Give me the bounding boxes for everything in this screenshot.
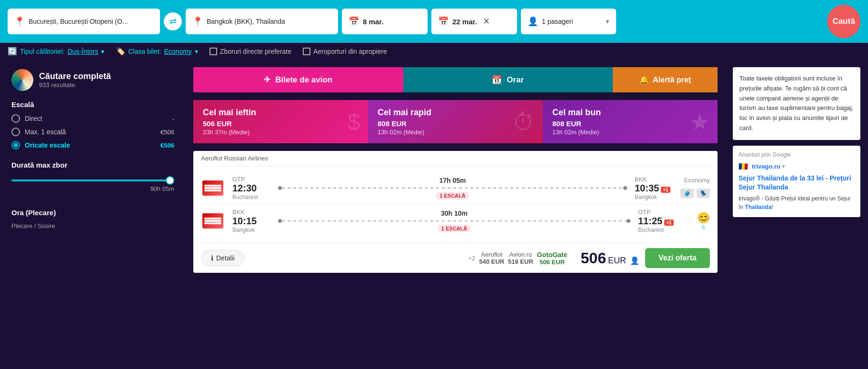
line-dot-start bbox=[278, 186, 282, 190]
top-search-bar: 📍 București, București Otopeni (O... ⇌ 📍… bbox=[0, 0, 868, 43]
flag-icon: 🇷🇴 bbox=[738, 162, 748, 171]
return-dep-iata: BKK bbox=[232, 209, 270, 216]
economy-badge-1: Economy bbox=[684, 177, 710, 184]
airline-logo-1 bbox=[201, 180, 225, 196]
flight-row-right-1: Economy 🧳 💺 bbox=[680, 177, 710, 200]
ads-provider-name[interactable]: trivago.ro bbox=[752, 163, 780, 170]
ads-desc: trivago® - Găsiți Prețul Ideal pentru un… bbox=[738, 194, 855, 211]
provider3-name[interactable]: GotoGate bbox=[537, 251, 568, 259]
seat-icon: 💺 bbox=[697, 189, 710, 198]
duration-value: 90h 05m bbox=[11, 185, 174, 192]
return-plus-badge: +1 bbox=[664, 219, 673, 226]
aeroflot-stripe-2 bbox=[202, 213, 223, 229]
trip-type-selector[interactable]: 🔄 Tipul călătoriei: Dus-Întors ▾ bbox=[8, 47, 104, 56]
tab-alert-label: Alertă preț bbox=[653, 76, 691, 84]
fastest-title: Cel mai rapid bbox=[378, 108, 533, 118]
max1-radio-circle bbox=[11, 128, 20, 136]
fastest-price: 808 EUR bbox=[378, 120, 533, 128]
dest-value: Bangkok (BKK), Thailanda bbox=[207, 18, 285, 25]
price-cards: Cel mai ieftin 506 EUR 23h 37m (Medie) $… bbox=[193, 100, 718, 143]
dollar-icon: $ bbox=[348, 109, 360, 135]
heart-button[interactable]: ♡ bbox=[684, 215, 693, 227]
tab-schedule[interactable]: 📆 Orar bbox=[403, 67, 613, 92]
plane-icon: ✈ bbox=[264, 75, 270, 85]
provider2-name[interactable]: Avion.ro bbox=[509, 251, 532, 258]
outbound-arr: BKK 10:35+1 Bangkok bbox=[635, 176, 673, 200]
line-dashes bbox=[282, 188, 623, 189]
outbound-dep-city: Bucharest bbox=[232, 194, 270, 200]
outbound-duration: 17h 05m bbox=[439, 177, 466, 184]
aeroflot-stripe bbox=[202, 180, 223, 196]
max1-radio[interactable]: Max. 1 escală €506 bbox=[11, 128, 174, 136]
provider-links: +2 Aeroflot 540 EUR Avion.ro 518 EUR Got… bbox=[468, 251, 567, 266]
provider3-price: 506 EUR bbox=[539, 259, 565, 266]
dest-location-icon: 📍 bbox=[192, 16, 203, 27]
trip-type-value: Dus-Întors bbox=[68, 48, 99, 55]
departure-time-filter: Ora (Plecare) Plecare / Sosire bbox=[11, 209, 174, 229]
slider-track bbox=[11, 180, 174, 181]
return-arr-city: Bucharest bbox=[638, 227, 676, 233]
best-time: 13h 02m (Medie) bbox=[552, 129, 708, 136]
direct-checkbox-box bbox=[210, 48, 217, 55]
direct-radio[interactable]: Direct - bbox=[11, 114, 174, 123]
flight-row-return: BKK 10:15 Bangkok 30h 10m 1 ESCALĂ bbox=[201, 205, 710, 237]
ads-desc-highlight: Thailanda bbox=[745, 204, 771, 210]
provider1-name[interactable]: Aeroflot bbox=[481, 251, 502, 258]
oricatescale-radio-label: Oricate escale bbox=[25, 141, 156, 149]
book-button[interactable]: Vezi oferta bbox=[645, 248, 710, 268]
flight-card-1: Aeroflot Russian Airlines OTP 12:30 Buch… bbox=[193, 151, 718, 273]
calendar-icon-2: 📅 bbox=[438, 16, 449, 27]
price-card-best[interactable]: Cel mai bun 808 EUR 13h 02m (Medie) ★ bbox=[543, 100, 718, 143]
clear-date2-button[interactable]: ✕ bbox=[483, 16, 490, 27]
duration-slider[interactable]: 90h 05m bbox=[11, 175, 174, 197]
return-dep: BKK 10:15 Bangkok bbox=[232, 209, 270, 233]
ads-title[interactable]: Sejur Thailanda de la 33 lei - Prețuri S… bbox=[738, 174, 855, 192]
return-escala-badge: 1 ESCALĂ bbox=[438, 225, 471, 232]
price-card-fastest[interactable]: Cel mai rapid 808 EUR 13h 02m (Medie) ⏱ bbox=[368, 100, 543, 143]
date2-field[interactable]: 📅 22 mar. ✕ bbox=[431, 9, 517, 34]
price-card-cheapest[interactable]: Cel mai ieftin 506 EUR 23h 37m (Medie) $ bbox=[193, 100, 368, 143]
search-button[interactable]: Caută bbox=[827, 5, 860, 38]
airline-logo-2 bbox=[201, 213, 225, 229]
pax-chevron-icon: ▾ bbox=[606, 17, 609, 26]
pax-value: 1 pasageri bbox=[542, 18, 573, 25]
max1-radio-label: Max. 1 escală bbox=[25, 128, 156, 136]
info-box: Toate taxele obligatorii sunt incluse în… bbox=[733, 67, 860, 140]
amenities-1: 🧳 💺 bbox=[680, 189, 710, 198]
best-price: 808 EUR bbox=[552, 120, 708, 128]
sidebar: Căutare completă 933 rezultate. Escală D… bbox=[0, 60, 186, 286]
total-currency: EUR bbox=[608, 256, 626, 266]
outbound-arr-time: 10:35+1 bbox=[635, 183, 673, 194]
airline-1-name: Aeroflot Russian Airlines bbox=[201, 155, 268, 162]
ticket-class-selector[interactable]: 🏷️ Clasa bilet: Economy ▾ bbox=[116, 47, 198, 56]
flight-card-1-header: Aeroflot Russian Airlines bbox=[193, 151, 718, 166]
tab-flights[interactable]: ✈ Bilete de avion bbox=[193, 67, 403, 92]
slider-thumb[interactable] bbox=[166, 176, 174, 185]
swap-button[interactable]: ⇌ bbox=[164, 12, 182, 30]
date1-field[interactable]: 📅 8 mar. bbox=[342, 9, 428, 34]
ticket-class-chevron: ▾ bbox=[195, 48, 198, 55]
nearby-airports-checkbox[interactable]: Aeroporturi din apropiere bbox=[303, 48, 387, 55]
destination-field[interactable]: 📍 Bangkok (BKK), Thailanda bbox=[186, 9, 338, 34]
flight-card-1-footer: ℹ Detalii +2 Aeroflot 540 EUR Avion.ro 5… bbox=[193, 243, 718, 273]
rating-number: 6 bbox=[702, 224, 705, 230]
direct-flights-checkbox[interactable]: Zboruri directe preferate bbox=[210, 48, 291, 55]
cheapest-title: Cel mai ieftin bbox=[203, 108, 359, 118]
oricatescale-radio[interactable]: Oricate escale €506 bbox=[11, 141, 174, 150]
tab-bar: ✈ Bilete de avion 📆 Orar 🔔 Alertă preț bbox=[193, 67, 718, 92]
refresh-icon: 🔄 bbox=[8, 47, 17, 56]
escala-filter: Escală Direct - Max. 1 escală €506 Orica… bbox=[11, 100, 174, 150]
details-button[interactable]: ℹ Detalii bbox=[201, 250, 245, 266]
tab-schedule-label: Orar bbox=[507, 75, 524, 85]
sidebar-title: Căutare completă bbox=[39, 71, 111, 81]
outbound-plus-badge: +1 bbox=[661, 187, 670, 193]
passengers-field[interactable]: 👤 1 pasageri ▾ bbox=[521, 9, 616, 34]
loading-spinner bbox=[11, 69, 33, 91]
return-line bbox=[278, 219, 630, 223]
tab-alert[interactable]: 🔔 Alertă preț bbox=[613, 67, 718, 92]
cheapest-time: 23h 37m (Medie) bbox=[203, 129, 359, 136]
return-arr: OTP 11:25+1 Bucharest bbox=[638, 209, 676, 233]
return-dep-city: Bangkok bbox=[232, 227, 270, 233]
line-dot-start-2 bbox=[278, 219, 282, 223]
origin-field[interactable]: 📍 București, București Otopeni (O... bbox=[8, 9, 160, 34]
